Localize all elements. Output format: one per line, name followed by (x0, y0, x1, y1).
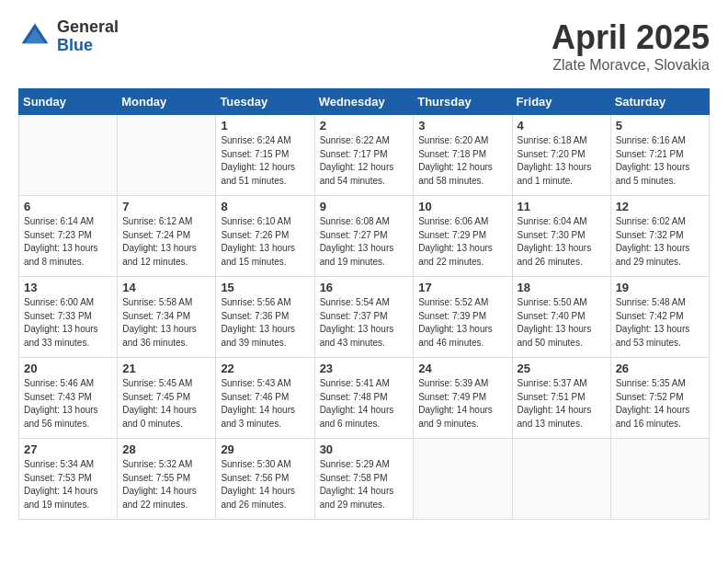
day-info: Sunrise: 6:02 AM Sunset: 7:32 PM Dayligh… (616, 215, 704, 269)
calendar-cell: 1Sunrise: 6:24 AM Sunset: 7:15 PM Daylig… (216, 115, 314, 196)
calendar-cell: 27Sunrise: 5:34 AM Sunset: 7:53 PM Dayli… (19, 439, 118, 520)
day-number: 25 (518, 362, 606, 375)
calendar-cell: 18Sunrise: 5:50 AM Sunset: 7:40 PM Dayli… (512, 277, 610, 358)
calendar-cell (610, 439, 709, 520)
calendar-cell: 28Sunrise: 5:32 AM Sunset: 7:55 PM Dayli… (118, 439, 216, 520)
calendar-cell: 26Sunrise: 5:35 AM Sunset: 7:52 PM Dayli… (610, 358, 709, 439)
calendar-cell: 30Sunrise: 5:29 AM Sunset: 7:58 PM Dayli… (314, 439, 414, 520)
day-number: 15 (221, 281, 309, 294)
day-number: 19 (616, 281, 704, 294)
calendar-week-row: 20Sunrise: 5:46 AM Sunset: 7:43 PM Dayli… (19, 358, 710, 439)
logo-general-label: General (57, 18, 119, 37)
day-info: Sunrise: 5:58 AM Sunset: 7:34 PM Dayligh… (122, 296, 210, 350)
weekday-header-row: SundayMondayTuesdayWednesdayThursdayFrid… (19, 89, 710, 115)
calendar-cell: 24Sunrise: 5:39 AM Sunset: 7:49 PM Dayli… (414, 358, 512, 439)
day-info: Sunrise: 5:35 AM Sunset: 7:52 PM Dayligh… (616, 377, 704, 431)
day-number: 29 (221, 442, 309, 456)
weekday-header-wednesday: Wednesday (314, 89, 414, 115)
day-info: Sunrise: 6:00 AM Sunset: 7:33 PM Dayligh… (24, 296, 112, 350)
day-number: 6 (24, 200, 112, 213)
day-info: Sunrise: 5:52 AM Sunset: 7:39 PM Dayligh… (418, 296, 506, 350)
day-number: 20 (24, 362, 112, 375)
day-number: 27 (24, 442, 112, 456)
day-info: Sunrise: 6:08 AM Sunset: 7:27 PM Dayligh… (320, 215, 409, 269)
logo: General Blue (18, 18, 119, 55)
calendar-cell (512, 439, 610, 520)
calendar-cell: 14Sunrise: 5:58 AM Sunset: 7:34 PM Dayli… (118, 277, 216, 358)
logo-blue-label: Blue (57, 37, 119, 55)
weekday-header-tuesday: Tuesday (216, 89, 314, 115)
calendar-cell (118, 115, 216, 196)
calendar-week-row: 27Sunrise: 5:34 AM Sunset: 7:53 PM Dayli… (19, 439, 710, 520)
logo-text: General Blue (57, 18, 119, 55)
calendar-cell: 5Sunrise: 6:16 AM Sunset: 7:21 PM Daylig… (610, 115, 709, 196)
calendar-table: SundayMondayTuesdayWednesdayThursdayFrid… (18, 88, 710, 520)
weekday-header-saturday: Saturday (610, 89, 709, 115)
calendar-cell: 29Sunrise: 5:30 AM Sunset: 7:56 PM Dayli… (216, 439, 314, 520)
day-number: 17 (418, 281, 506, 294)
day-info: Sunrise: 5:50 AM Sunset: 7:40 PM Dayligh… (518, 296, 606, 350)
calendar-cell: 23Sunrise: 5:41 AM Sunset: 7:48 PM Dayli… (314, 358, 414, 439)
calendar-cell: 10Sunrise: 6:06 AM Sunset: 7:29 PM Dayli… (414, 196, 512, 277)
day-number: 3 (418, 119, 506, 132)
calendar-cell: 25Sunrise: 5:37 AM Sunset: 7:51 PM Dayli… (512, 358, 610, 439)
calendar-cell (19, 115, 118, 196)
calendar-cell: 13Sunrise: 6:00 AM Sunset: 7:33 PM Dayli… (19, 277, 118, 358)
day-info: Sunrise: 5:34 AM Sunset: 7:53 PM Dayligh… (24, 458, 112, 511)
calendar-cell: 3Sunrise: 6:20 AM Sunset: 7:18 PM Daylig… (414, 115, 512, 196)
day-info: Sunrise: 6:14 AM Sunset: 7:23 PM Dayligh… (24, 215, 112, 269)
calendar-week-row: 6Sunrise: 6:14 AM Sunset: 7:23 PM Daylig… (19, 196, 710, 277)
day-number: 11 (518, 200, 606, 213)
day-number: 7 (122, 200, 210, 213)
calendar-cell: 20Sunrise: 5:46 AM Sunset: 7:43 PM Dayli… (19, 358, 118, 439)
calendar-cell (414, 439, 512, 520)
day-number: 12 (616, 200, 704, 213)
day-info: Sunrise: 5:45 AM Sunset: 7:45 PM Dayligh… (122, 377, 210, 431)
calendar-cell: 11Sunrise: 6:04 AM Sunset: 7:30 PM Dayli… (512, 196, 610, 277)
day-number: 4 (518, 119, 606, 132)
day-number: 9 (320, 200, 409, 213)
day-number: 26 (616, 362, 704, 375)
day-number: 30 (320, 442, 409, 456)
day-info: Sunrise: 5:48 AM Sunset: 7:42 PM Dayligh… (616, 296, 704, 350)
day-number: 16 (320, 281, 409, 294)
day-number: 22 (221, 362, 309, 375)
weekday-header-monday: Monday (118, 89, 216, 115)
day-info: Sunrise: 5:32 AM Sunset: 7:55 PM Dayligh… (122, 458, 210, 511)
calendar-title: April 2025 (552, 18, 710, 57)
calendar-cell: 15Sunrise: 5:56 AM Sunset: 7:36 PM Dayli… (216, 277, 314, 358)
day-info: Sunrise: 6:24 AM Sunset: 7:15 PM Dayligh… (221, 134, 309, 188)
day-number: 5 (616, 119, 704, 132)
calendar-cell: 9Sunrise: 6:08 AM Sunset: 7:27 PM Daylig… (314, 196, 414, 277)
day-info: Sunrise: 6:10 AM Sunset: 7:26 PM Dayligh… (221, 215, 309, 269)
day-info: Sunrise: 5:46 AM Sunset: 7:43 PM Dayligh… (24, 377, 112, 431)
calendar-cell: 16Sunrise: 5:54 AM Sunset: 7:37 PM Dayli… (314, 277, 414, 358)
day-info: Sunrise: 6:18 AM Sunset: 7:20 PM Dayligh… (518, 134, 606, 188)
day-info: Sunrise: 6:16 AM Sunset: 7:21 PM Dayligh… (616, 134, 704, 188)
day-info: Sunrise: 6:12 AM Sunset: 7:24 PM Dayligh… (122, 215, 210, 269)
day-number: 14 (122, 281, 210, 294)
weekday-header-sunday: Sunday (19, 89, 118, 115)
day-number: 28 (122, 442, 210, 456)
day-number: 18 (518, 281, 606, 294)
day-info: Sunrise: 6:20 AM Sunset: 7:18 PM Dayligh… (418, 134, 506, 188)
weekday-header-friday: Friday (512, 89, 610, 115)
day-number: 2 (320, 119, 409, 132)
logo-icon (18, 20, 51, 53)
day-number: 24 (418, 362, 506, 375)
day-number: 1 (221, 119, 309, 132)
day-info: Sunrise: 5:43 AM Sunset: 7:46 PM Dayligh… (221, 377, 309, 431)
day-info: Sunrise: 5:37 AM Sunset: 7:51 PM Dayligh… (518, 377, 606, 431)
calendar-week-row: 13Sunrise: 6:00 AM Sunset: 7:33 PM Dayli… (19, 277, 710, 358)
calendar-cell: 21Sunrise: 5:45 AM Sunset: 7:45 PM Dayli… (118, 358, 216, 439)
calendar-cell: 22Sunrise: 5:43 AM Sunset: 7:46 PM Dayli… (216, 358, 314, 439)
day-info: Sunrise: 5:56 AM Sunset: 7:36 PM Dayligh… (221, 296, 309, 350)
calendar-cell: 2Sunrise: 6:22 AM Sunset: 7:17 PM Daylig… (314, 115, 414, 196)
title-block: April 2025 Zlate Moravce, Slovakia (552, 18, 710, 74)
day-info: Sunrise: 6:22 AM Sunset: 7:17 PM Dayligh… (320, 134, 409, 188)
day-info: Sunrise: 5:41 AM Sunset: 7:48 PM Dayligh… (320, 377, 409, 431)
page-header: General Blue April 2025 Zlate Moravce, S… (18, 18, 710, 74)
calendar-cell: 12Sunrise: 6:02 AM Sunset: 7:32 PM Dayli… (610, 196, 709, 277)
day-info: Sunrise: 5:30 AM Sunset: 7:56 PM Dayligh… (221, 458, 309, 511)
day-info: Sunrise: 5:39 AM Sunset: 7:49 PM Dayligh… (418, 377, 506, 431)
